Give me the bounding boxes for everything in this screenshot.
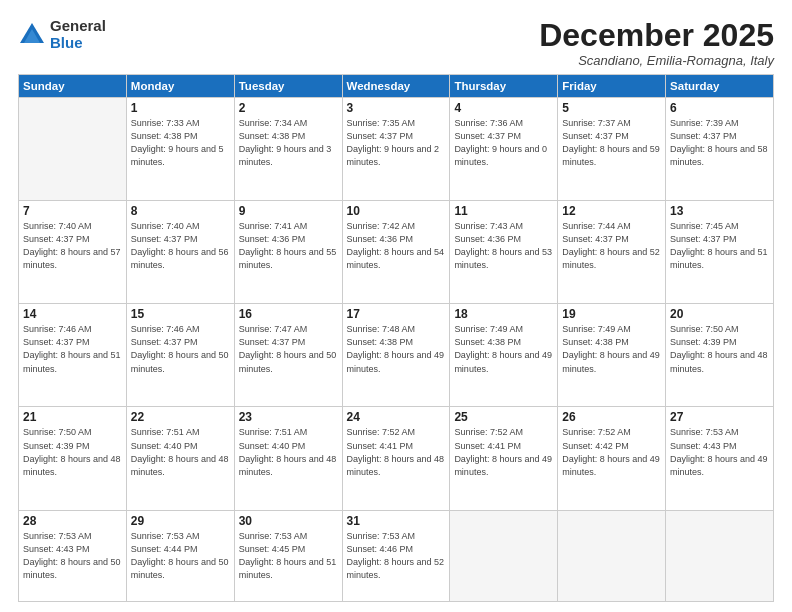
logo-general: General xyxy=(50,18,106,35)
calendar-cell: 29Sunrise: 7:53 AMSunset: 4:44 PMDayligh… xyxy=(126,510,234,601)
calendar-cell: 30Sunrise: 7:53 AMSunset: 4:45 PMDayligh… xyxy=(234,510,342,601)
day-info: Sunrise: 7:50 AMSunset: 4:39 PMDaylight:… xyxy=(670,323,769,375)
day-number: 1 xyxy=(131,101,230,115)
day-info: Sunrise: 7:45 AMSunset: 4:37 PMDaylight:… xyxy=(670,220,769,272)
day-number: 2 xyxy=(239,101,338,115)
day-number: 19 xyxy=(562,307,661,321)
day-info: Sunrise: 7:46 AMSunset: 4:37 PMDaylight:… xyxy=(131,323,230,375)
day-info: Sunrise: 7:41 AMSunset: 4:36 PMDaylight:… xyxy=(239,220,338,272)
calendar-cell: 23Sunrise: 7:51 AMSunset: 4:40 PMDayligh… xyxy=(234,407,342,510)
day-number: 6 xyxy=(670,101,769,115)
day-number: 15 xyxy=(131,307,230,321)
calendar-header-saturday: Saturday xyxy=(666,75,774,98)
day-info: Sunrise: 7:52 AMSunset: 4:41 PMDaylight:… xyxy=(347,426,446,478)
day-info: Sunrise: 7:34 AMSunset: 4:38 PMDaylight:… xyxy=(239,117,338,169)
day-info: Sunrise: 7:36 AMSunset: 4:37 PMDaylight:… xyxy=(454,117,553,169)
title-block: December 2025 Scandiano, Emilia-Romagna,… xyxy=(539,18,774,68)
day-info: Sunrise: 7:40 AMSunset: 4:37 PMDaylight:… xyxy=(23,220,122,272)
calendar-cell: 16Sunrise: 7:47 AMSunset: 4:37 PMDayligh… xyxy=(234,304,342,407)
day-number: 9 xyxy=(239,204,338,218)
day-info: Sunrise: 7:53 AMSunset: 4:45 PMDaylight:… xyxy=(239,530,338,582)
calendar-cell: 10Sunrise: 7:42 AMSunset: 4:36 PMDayligh… xyxy=(342,201,450,304)
calendar-cell: 25Sunrise: 7:52 AMSunset: 4:41 PMDayligh… xyxy=(450,407,558,510)
day-number: 5 xyxy=(562,101,661,115)
day-number: 10 xyxy=(347,204,446,218)
page: General Blue December 2025 Scandiano, Em… xyxy=(0,0,792,612)
calendar-cell: 1Sunrise: 7:33 AMSunset: 4:38 PMDaylight… xyxy=(126,98,234,201)
day-number: 7 xyxy=(23,204,122,218)
day-info: Sunrise: 7:39 AMSunset: 4:37 PMDaylight:… xyxy=(670,117,769,169)
calendar-week-5: 28Sunrise: 7:53 AMSunset: 4:43 PMDayligh… xyxy=(19,510,774,601)
calendar-cell: 21Sunrise: 7:50 AMSunset: 4:39 PMDayligh… xyxy=(19,407,127,510)
day-info: Sunrise: 7:43 AMSunset: 4:36 PMDaylight:… xyxy=(454,220,553,272)
day-info: Sunrise: 7:53 AMSunset: 4:43 PMDaylight:… xyxy=(23,530,122,582)
logo-icon xyxy=(18,21,46,49)
day-info: Sunrise: 7:50 AMSunset: 4:39 PMDaylight:… xyxy=(23,426,122,478)
day-number: 25 xyxy=(454,410,553,424)
day-number: 3 xyxy=(347,101,446,115)
day-number: 16 xyxy=(239,307,338,321)
calendar-cell: 5Sunrise: 7:37 AMSunset: 4:37 PMDaylight… xyxy=(558,98,666,201)
day-info: Sunrise: 7:33 AMSunset: 4:38 PMDaylight:… xyxy=(131,117,230,169)
calendar-week-1: 1Sunrise: 7:33 AMSunset: 4:38 PMDaylight… xyxy=(19,98,774,201)
calendar-cell: 9Sunrise: 7:41 AMSunset: 4:36 PMDaylight… xyxy=(234,201,342,304)
calendar-cell: 12Sunrise: 7:44 AMSunset: 4:37 PMDayligh… xyxy=(558,201,666,304)
day-number: 29 xyxy=(131,514,230,528)
calendar-week-3: 14Sunrise: 7:46 AMSunset: 4:37 PMDayligh… xyxy=(19,304,774,407)
day-number: 12 xyxy=(562,204,661,218)
logo: General Blue xyxy=(18,18,106,51)
day-number: 4 xyxy=(454,101,553,115)
day-info: Sunrise: 7:35 AMSunset: 4:37 PMDaylight:… xyxy=(347,117,446,169)
day-number: 23 xyxy=(239,410,338,424)
day-info: Sunrise: 7:53 AMSunset: 4:43 PMDaylight:… xyxy=(670,426,769,478)
calendar-cell xyxy=(558,510,666,601)
day-number: 17 xyxy=(347,307,446,321)
calendar-cell: 3Sunrise: 7:35 AMSunset: 4:37 PMDaylight… xyxy=(342,98,450,201)
calendar-cell: 13Sunrise: 7:45 AMSunset: 4:37 PMDayligh… xyxy=(666,201,774,304)
day-number: 27 xyxy=(670,410,769,424)
calendar-header-tuesday: Tuesday xyxy=(234,75,342,98)
calendar-cell: 24Sunrise: 7:52 AMSunset: 4:41 PMDayligh… xyxy=(342,407,450,510)
day-info: Sunrise: 7:52 AMSunset: 4:41 PMDaylight:… xyxy=(454,426,553,478)
calendar-header-monday: Monday xyxy=(126,75,234,98)
calendar-cell: 2Sunrise: 7:34 AMSunset: 4:38 PMDaylight… xyxy=(234,98,342,201)
calendar-week-2: 7Sunrise: 7:40 AMSunset: 4:37 PMDaylight… xyxy=(19,201,774,304)
day-info: Sunrise: 7:49 AMSunset: 4:38 PMDaylight:… xyxy=(454,323,553,375)
logo-text: General Blue xyxy=(50,18,106,51)
calendar-cell: 26Sunrise: 7:52 AMSunset: 4:42 PMDayligh… xyxy=(558,407,666,510)
day-info: Sunrise: 7:44 AMSunset: 4:37 PMDaylight:… xyxy=(562,220,661,272)
day-number: 31 xyxy=(347,514,446,528)
calendar-cell: 31Sunrise: 7:53 AMSunset: 4:46 PMDayligh… xyxy=(342,510,450,601)
calendar-cell: 6Sunrise: 7:39 AMSunset: 4:37 PMDaylight… xyxy=(666,98,774,201)
calendar-cell: 11Sunrise: 7:43 AMSunset: 4:36 PMDayligh… xyxy=(450,201,558,304)
day-info: Sunrise: 7:53 AMSunset: 4:46 PMDaylight:… xyxy=(347,530,446,582)
day-number: 21 xyxy=(23,410,122,424)
day-number: 8 xyxy=(131,204,230,218)
day-info: Sunrise: 7:47 AMSunset: 4:37 PMDaylight:… xyxy=(239,323,338,375)
logo-blue: Blue xyxy=(50,35,106,52)
calendar-cell: 18Sunrise: 7:49 AMSunset: 4:38 PMDayligh… xyxy=(450,304,558,407)
day-info: Sunrise: 7:52 AMSunset: 4:42 PMDaylight:… xyxy=(562,426,661,478)
calendar-cell: 27Sunrise: 7:53 AMSunset: 4:43 PMDayligh… xyxy=(666,407,774,510)
calendar-header-thursday: Thursday xyxy=(450,75,558,98)
calendar-header-friday: Friday xyxy=(558,75,666,98)
header: General Blue December 2025 Scandiano, Em… xyxy=(18,18,774,68)
day-number: 24 xyxy=(347,410,446,424)
day-info: Sunrise: 7:53 AMSunset: 4:44 PMDaylight:… xyxy=(131,530,230,582)
day-info: Sunrise: 7:37 AMSunset: 4:37 PMDaylight:… xyxy=(562,117,661,169)
day-info: Sunrise: 7:48 AMSunset: 4:38 PMDaylight:… xyxy=(347,323,446,375)
day-number: 28 xyxy=(23,514,122,528)
day-number: 13 xyxy=(670,204,769,218)
calendar-cell xyxy=(19,98,127,201)
day-number: 18 xyxy=(454,307,553,321)
calendar-cell: 20Sunrise: 7:50 AMSunset: 4:39 PMDayligh… xyxy=(666,304,774,407)
calendar-header-sunday: Sunday xyxy=(19,75,127,98)
calendar-cell: 28Sunrise: 7:53 AMSunset: 4:43 PMDayligh… xyxy=(19,510,127,601)
calendar-cell xyxy=(450,510,558,601)
day-number: 26 xyxy=(562,410,661,424)
day-info: Sunrise: 7:51 AMSunset: 4:40 PMDaylight:… xyxy=(131,426,230,478)
calendar-cell: 14Sunrise: 7:46 AMSunset: 4:37 PMDayligh… xyxy=(19,304,127,407)
day-number: 14 xyxy=(23,307,122,321)
calendar-header-row: SundayMondayTuesdayWednesdayThursdayFrid… xyxy=(19,75,774,98)
day-number: 22 xyxy=(131,410,230,424)
